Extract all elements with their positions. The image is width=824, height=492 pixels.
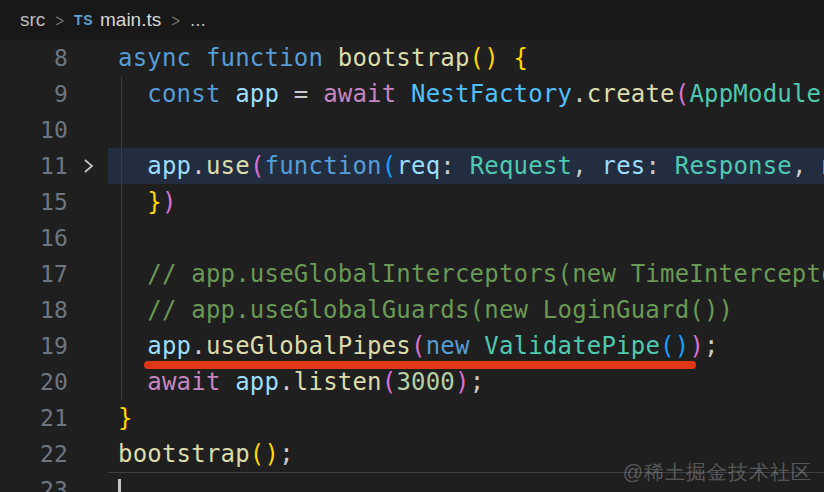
code-token: const — [147, 80, 235, 108]
line-number[interactable]: 10 — [0, 112, 68, 148]
breadcrumb: src > TS main.ts > ... — [0, 0, 824, 40]
code-token: AppModule — [689, 80, 821, 108]
red-underline-annotation — [144, 361, 696, 369]
indent-guide — [121, 76, 122, 400]
code-token: . — [191, 152, 206, 180]
code-token: . — [572, 80, 587, 108]
code-token: : — [440, 152, 469, 180]
code-line[interactable]: // app.useGlobalInterceptors(new TimeInt… — [108, 256, 824, 292]
code-line[interactable]: app.useGlobalPipes(new ValidatePipe()); — [108, 328, 824, 364]
line-number[interactable]: 16 — [0, 220, 68, 256]
code-token: app — [147, 152, 191, 180]
code-token: new — [426, 332, 485, 360]
code-line[interactable]: await app.listen(3000); — [108, 364, 824, 400]
fold-gutter — [68, 256, 108, 292]
code-token: ValidatePipe — [484, 332, 660, 360]
code-editor[interactable]: 8async function bootstrap() {9 const app… — [0, 40, 824, 492]
code-token — [118, 152, 147, 180]
fold-chevron-icon[interactable] — [68, 148, 108, 184]
code-token: app — [235, 368, 279, 396]
code-token: ( — [250, 152, 265, 180]
code-line[interactable]: async function bootstrap() { — [108, 40, 824, 76]
chevron-right-icon: > — [55, 9, 64, 30]
code-token: await — [323, 80, 411, 108]
code-token: . — [191, 332, 206, 360]
line-number[interactable]: 9 — [0, 76, 68, 112]
code-line[interactable]: app.use(function(req: Request, res: Resp… — [108, 148, 824, 184]
chevron-right-icon: > — [171, 9, 180, 30]
code-token: ; — [470, 368, 485, 396]
line-number[interactable]: 11 — [0, 148, 68, 184]
breadcrumb-folder[interactable]: src — [20, 9, 45, 31]
breadcrumb-file[interactable]: TS main.ts — [74, 9, 161, 31]
code-token: ) — [162, 188, 177, 216]
code-row: 19 app.useGlobalPipes(new ValidatePipe()… — [0, 328, 824, 364]
line-number[interactable]: 20 — [0, 364, 68, 400]
line-number[interactable]: 15 — [0, 184, 68, 220]
code-token: ( — [382, 368, 397, 396]
code-row: 9 const app = await NestFactory.create(A… — [0, 76, 824, 112]
code-token: bootstrap — [338, 44, 470, 72]
line-number[interactable]: 23 — [0, 472, 68, 492]
code-row: 18 // app.useGlobalGuards(new LoginGuard… — [0, 292, 824, 328]
code-token: . — [279, 368, 294, 396]
code-line[interactable]: // app.useGlobalGuards(new LoginGuard()) — [108, 292, 824, 328]
code-token: Response — [675, 152, 792, 180]
code-token: app — [147, 332, 191, 360]
code-row: 16 — [0, 220, 824, 256]
code-token: ) — [689, 332, 704, 360]
fold-gutter — [68, 220, 108, 256]
code-token: app — [235, 80, 279, 108]
fold-gutter — [68, 184, 108, 220]
code-token: await — [147, 368, 235, 396]
code-line[interactable]: }) — [108, 184, 824, 220]
fold-gutter — [68, 328, 108, 364]
code-token: create — [587, 80, 675, 108]
line-number[interactable]: 18 — [0, 292, 68, 328]
code-token: : — [645, 152, 674, 180]
line-number[interactable]: 21 — [0, 400, 68, 436]
code-token: NestFactory — [411, 80, 572, 108]
fold-gutter — [68, 400, 108, 436]
code-token: , — [572, 152, 601, 180]
code-token: ; — [704, 332, 719, 360]
line-number[interactable]: 19 — [0, 328, 68, 364]
code-token — [499, 44, 514, 72]
code-token: () — [660, 332, 689, 360]
line-number[interactable]: 22 — [0, 436, 68, 472]
code-token: // app.useGlobalGuards(new LoginGuard()) — [118, 296, 733, 324]
code-token: = — [279, 80, 323, 108]
code-token: bootstrap — [118, 440, 250, 468]
code-line[interactable]: } — [108, 400, 824, 436]
code-token: ( — [382, 152, 397, 180]
code-token: res — [602, 152, 646, 180]
code-token: use — [206, 152, 250, 180]
line-number[interactable]: 17 — [0, 256, 68, 292]
code-line[interactable]: const app = await NestFactory.create(App… — [108, 76, 824, 112]
code-row: 8async function bootstrap() { — [0, 40, 824, 76]
code-token: () — [250, 440, 279, 468]
code-token: function — [265, 152, 382, 180]
code-token — [118, 188, 147, 216]
code-token: ) — [455, 368, 470, 396]
watermark: @稀土掘金技术社区 — [623, 459, 812, 486]
fold-gutter — [68, 112, 108, 148]
code-token: ( — [675, 80, 690, 108]
fold-gutter — [68, 76, 108, 112]
code-row: 11 app.use(function(req: Request, res: R… — [0, 148, 824, 184]
code-line[interactable] — [108, 112, 824, 148]
code-token: { — [514, 44, 529, 72]
fold-gutter — [68, 472, 108, 492]
code-token — [118, 332, 147, 360]
fold-gutter — [68, 364, 108, 400]
line-number[interactable]: 8 — [0, 40, 68, 76]
code-token: () — [470, 44, 499, 72]
code-token: , — [792, 152, 821, 180]
code-token: async function — [118, 44, 338, 72]
code-token: 3000 — [396, 368, 455, 396]
code-token: // app.useGlobalInterceptors(new TimeInt… — [118, 260, 824, 288]
breadcrumb-symbol-ellipsis[interactable]: ... — [190, 9, 206, 31]
code-token: listen — [294, 368, 382, 396]
code-line[interactable] — [108, 220, 824, 256]
code-row: 17 // app.useGlobalInterceptors(new Time… — [0, 256, 824, 292]
